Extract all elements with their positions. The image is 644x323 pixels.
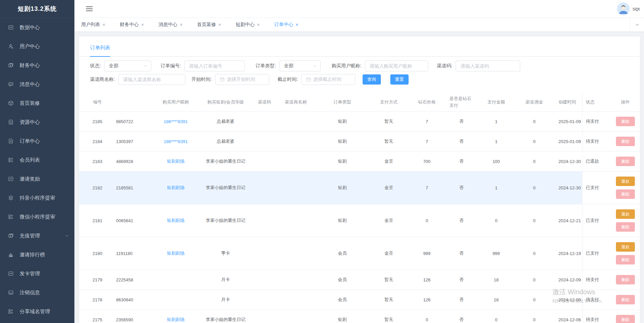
cell-buyer-user-id: 0065641 <box>116 204 153 237</box>
cell-channel-commission: 0 <box>515 290 554 309</box>
tabbar-chevron-down-icon[interactable] <box>630 18 644 31</box>
user-menu[interactable]: sqx <box>617 2 640 15</box>
cell-buyer-nickname: 短剧剧场 <box>153 152 199 171</box>
tab-close-icon[interactable]: × <box>102 22 105 27</box>
cell-buyer-nickname: 短剧剧场 <box>153 310 199 323</box>
cell-diamond-price: 126 <box>408 290 445 309</box>
sidebar-item-logout-info[interactable]: 注销信息 <box>0 283 74 302</box>
cell-created-at: 2024-12-30 <box>554 171 582 204</box>
col-order-id: 编号 <box>79 93 116 111</box>
sidebar-item-card-issue-manage[interactable]: 发卡管理 <box>0 264 74 283</box>
buyer-nickname-link[interactable]: 短剧剧场 <box>167 317 185 323</box>
cell-status: 待支付 <box>582 270 611 290</box>
sidebar-item-data-center[interactable]: 数据中心 <box>0 18 74 37</box>
sidebar-item-order-center[interactable]: 订单中心 <box>0 132 74 151</box>
tab-close-icon[interactable]: × <box>296 22 298 27</box>
cell-buyer-user-id: 2225458 <box>116 270 153 290</box>
cell-actions: 删除 <box>611 132 640 151</box>
cell-channel-code <box>253 152 276 171</box>
order-no-input[interactable] <box>189 63 241 69</box>
cell-status: 已支付 <box>582 237 611 270</box>
buyer-nickname-link[interactable]: 短剧剧场 <box>167 158 185 164</box>
cell-pay-amount: 100 <box>478 152 515 171</box>
tab-home-decoration[interactable]: 首页装修× <box>197 22 221 28</box>
grid-list-icon <box>8 157 14 163</box>
sidebar-item-label: 抖音小程序提审 <box>20 195 55 201</box>
cell-pay-amount: 18 <box>478 290 515 309</box>
tab-drama-center[interactable]: 短剧中心× <box>236 22 260 28</box>
delete-button[interactable]: 删除 <box>616 117 635 126</box>
nickname-input[interactable] <box>370 63 424 69</box>
sidebar-item-label: 分享域名管理 <box>20 308 50 315</box>
buyer-nickname-link[interactable]: 短剧剧场 <box>167 217 185 224</box>
cell-diamond-price: 999 <box>408 237 445 270</box>
hamburger-menu-icon[interactable] <box>86 5 93 13</box>
status-select[interactable]: 全部 <box>104 61 151 71</box>
delete-button[interactable]: 删除 <box>616 255 635 264</box>
tab-close-icon[interactable]: × <box>257 22 260 27</box>
delete-button[interactable]: 删除 <box>616 315 635 323</box>
reset-button[interactable]: 重置 <box>390 74 409 85</box>
tab-finance-center[interactable]: 财务中心× <box>120 22 144 28</box>
cell-order-id: 2175 <box>79 310 116 323</box>
start-time-placeholder: 选择开始时间 <box>227 76 255 83</box>
sidebar-item-finance-center[interactable]: 财务中心 <box>0 56 74 75</box>
sidebar-item-share-domain-manage[interactable]: 分享域名管理 <box>0 302 74 321</box>
tab-close-icon[interactable]: × <box>141 22 144 27</box>
buyer-nickname-link[interactable]: 186****8391 <box>164 139 188 144</box>
delete-button[interactable]: 删除 <box>616 295 635 304</box>
sidebar-item-home-decoration[interactable]: 首页装修 <box>0 94 74 113</box>
delete-button[interactable]: 删除 <box>616 275 635 284</box>
end-time-picker[interactable]: 选择截止时间 <box>301 74 355 85</box>
cell-buyer-nickname: 短剧剧场 <box>153 237 199 270</box>
col-created-at: 创建时间 <box>554 93 582 111</box>
table-row: 21822185581短剧剧场李家小姐的重生日记短剧金豆7否102024-12-… <box>79 171 640 204</box>
refund-button[interactable]: 退款 <box>616 242 635 252</box>
sidebar-item-member-list[interactable]: 会员列表 <box>0 151 74 169</box>
query-button[interactable]: 查询 <box>363 74 381 85</box>
sidebar-item-recharge-manage[interactable]: 充值管理 <box>0 226 74 245</box>
tab-message-center[interactable]: 消息中心× <box>158 22 182 28</box>
filter-row-1: 状态: 全部 订单编号: 订单类型: 全部 <box>79 61 640 71</box>
refund-button[interactable]: 退款 <box>616 209 635 219</box>
wallet-icon <box>8 63 14 68</box>
delete-button[interactable]: 删除 <box>616 137 635 146</box>
cell-buyer-user-id: 1305397 <box>116 132 153 151</box>
status-label: 状态: <box>90 63 101 69</box>
cell-channel-commission: 0 <box>515 152 554 171</box>
avatar[interactable] <box>617 2 630 15</box>
cell-channel-commission: 0 <box>515 204 554 237</box>
grid-list-icon <box>8 309 14 314</box>
start-time-picker[interactable]: 选择开始时间 <box>215 74 269 85</box>
sidebar-item-user-center[interactable]: 用户中心 <box>0 37 74 56</box>
sidebar-item-message-center[interactable]: 消息中心 <box>0 75 74 94</box>
cell-buyer-nickname: 186****8391 <box>153 112 199 131</box>
cell-channel-commission: 0 <box>515 171 554 204</box>
inbox-icon <box>8 290 14 295</box>
sidebar-item-douyin-miniapp-review[interactable]: 抖音小程序提审 <box>0 188 74 207</box>
cell-drama-or-level: 李家小姐的重生日记 <box>199 152 253 171</box>
message-icon <box>8 82 14 87</box>
sidebar-item-invite-reward[interactable]: 邀请奖励 <box>0 169 74 188</box>
channel-name-input[interactable] <box>123 77 182 82</box>
tab-order-center[interactable]: 订单中心× <box>274 22 298 28</box>
delete-button[interactable]: 删除 <box>616 222 635 232</box>
tab-close-icon[interactable]: × <box>218 22 221 27</box>
order-type-select[interactable]: 全部 <box>279 61 321 71</box>
sidebar-item-invite-ranking[interactable]: 邀请排行榜 <box>0 245 74 264</box>
tab-order-list[interactable]: 订单列表 <box>90 45 110 57</box>
buyer-nickname-link[interactable]: 短剧剧场 <box>167 185 185 191</box>
cell-is-diamond-pay: 否 <box>445 152 478 171</box>
delete-button[interactable]: 删除 <box>616 157 635 166</box>
sidebar-item-resource-center[interactable]: 资源中心 <box>0 113 74 132</box>
col-status: 状态 <box>582 93 611 111</box>
buyer-nickname-link[interactable]: 短剧剧场 <box>167 250 185 256</box>
channel-code-input[interactable] <box>460 63 516 69</box>
buyer-nickname-link[interactable]: 186****8391 <box>164 119 188 124</box>
content: 订单列表 状态: 全部 订单编号: 订单类型: 全部 <box>74 32 644 323</box>
sidebar-item-wechat-miniapp-review[interactable]: 微信小程序提审 <box>0 207 74 226</box>
delete-button[interactable]: 删除 <box>616 189 635 199</box>
refund-button[interactable]: 退款 <box>616 177 635 186</box>
tab-close-icon[interactable]: × <box>180 22 182 27</box>
tab-user-list[interactable]: 用户列表× <box>81 22 105 28</box>
